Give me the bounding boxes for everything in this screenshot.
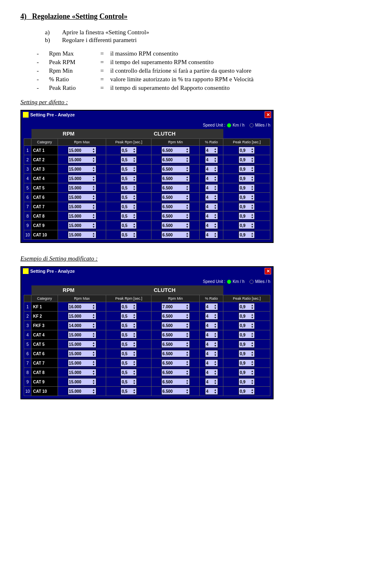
rpm-min-spinner[interactable]: 6.500 ▲▼ [161, 231, 190, 238]
ratio-arrows[interactable]: ▲▼ [214, 213, 217, 219]
ratio-arrows[interactable]: ▲▼ [214, 232, 217, 238]
rpm-max-spinner[interactable]: 15.000 ▲▼ [68, 156, 96, 163]
peak-ratio-arrows[interactable]: ▲▼ [251, 388, 254, 394]
peak-ratio-arrows[interactable]: ▲▼ [251, 370, 254, 375]
rpm-min-spinner[interactable]: 6.500 ▲▼ [161, 350, 190, 357]
peak-rpm-spinner[interactable]: 0,5 ▲▼ [120, 350, 137, 357]
rpm-max-arrows[interactable]: ▲▼ [92, 232, 95, 238]
rpm-max-arrows[interactable]: ▲▼ [92, 157, 95, 163]
peak-ratio-arrows[interactable]: ▲▼ [251, 147, 254, 153]
rpm-max-spinner[interactable]: 15.000 ▲▼ [68, 231, 96, 238]
rpm-max-arrows[interactable]: ▲▼ [92, 166, 95, 172]
peak-rpm-arrows[interactable]: ▲▼ [133, 341, 136, 347]
peak-ratio-spinner[interactable]: 0,9 ▲▼ [238, 184, 255, 192]
rpm-max-arrows[interactable]: ▲▼ [92, 332, 95, 338]
rpm-min-arrows[interactable]: ▲▼ [186, 213, 189, 219]
peak-ratio-spinner[interactable]: 0,9 ▲▼ [238, 156, 255, 163]
peak-ratio-arrows[interactable]: ▲▼ [251, 341, 254, 347]
peak-ratio-arrows[interactable]: ▲▼ [251, 157, 254, 163]
rpm-min-spinner[interactable]: 6.500 ▲▼ [161, 331, 190, 338]
ratio-arrows[interactable]: ▲▼ [214, 194, 217, 200]
rpm-max-spinner[interactable]: 15.000 ▲▼ [68, 212, 96, 220]
ratio-arrows[interactable]: ▲▼ [214, 323, 217, 328]
peak-ratio-arrows[interactable]: ▲▼ [251, 223, 254, 228]
rpm-max-arrows[interactable]: ▲▼ [92, 176, 95, 181]
peak-rpm-spinner[interactable]: 0,5 ▲▼ [120, 231, 137, 238]
peak-ratio-spinner[interactable]: 0,9 ▲▼ [238, 350, 255, 357]
rpm-max-spinner[interactable]: 15.000 ▲▼ [68, 165, 96, 173]
peak-rpm-arrows[interactable]: ▲▼ [133, 332, 136, 338]
peak-ratio-spinner[interactable]: 0,9 ▲▼ [238, 369, 255, 376]
rpm-min-spinner[interactable]: 6.500 ▲▼ [161, 387, 190, 395]
rpm-min-spinner[interactable]: 6.500 ▲▼ [161, 175, 190, 182]
rpm-min-spinner[interactable]: 6.500 ▲▼ [161, 369, 190, 376]
rpm-min-arrows[interactable]: ▲▼ [186, 379, 189, 385]
rpm-max-arrows[interactable]: ▲▼ [92, 351, 95, 356]
ratio-arrows[interactable]: ▲▼ [214, 223, 217, 228]
peak-rpm-spinner[interactable]: 0,5 ▲▼ [120, 387, 137, 395]
rpm-min-spinner[interactable]: 6.500 ▲▼ [161, 212, 190, 220]
peak-ratio-arrows[interactable]: ▲▼ [251, 379, 254, 385]
ratio-arrows[interactable]: ▲▼ [214, 388, 217, 394]
peak-rpm-spinner[interactable]: 0,5 ▲▼ [120, 369, 137, 376]
rpm-max-arrows[interactable]: ▲▼ [92, 323, 95, 328]
ratio-arrows[interactable]: ▲▼ [214, 304, 217, 310]
rpm-max-arrows[interactable]: ▲▼ [92, 360, 95, 366]
peak-ratio-arrows[interactable]: ▲▼ [251, 232, 254, 238]
peak-rpm-spinner[interactable]: 0,5 ▲▼ [120, 147, 137, 154]
peak-ratio-arrows[interactable]: ▲▼ [251, 304, 254, 310]
rpm-min-arrows[interactable]: ▲▼ [186, 166, 189, 172]
peak-rpm-arrows[interactable]: ▲▼ [133, 194, 136, 200]
peak-rpm-spinner[interactable]: 0,5 ▲▼ [120, 165, 137, 173]
ratio-arrows[interactable]: ▲▼ [214, 147, 217, 153]
rpm-max-arrows[interactable]: ▲▼ [92, 313, 95, 319]
rpm-min-arrows[interactable]: ▲▼ [186, 388, 189, 394]
ratio-spinner[interactable]: 4 ▲▼ [205, 231, 218, 238]
peak-ratio-spinner[interactable]: 0,9 ▲▼ [238, 322, 255, 329]
ratio-spinner[interactable]: 4 ▲▼ [205, 378, 218, 385]
peak-rpm-arrows[interactable]: ▲▼ [133, 223, 136, 228]
peak-ratio-spinner[interactable]: 0,9 ▲▼ [238, 203, 255, 210]
ratio-arrows[interactable]: ▲▼ [214, 157, 217, 163]
default-close-button[interactable]: ✕ [265, 111, 271, 118]
rpm-max-spinner[interactable]: 15.000 ▲▼ [68, 222, 96, 229]
rpm-max-arrows[interactable]: ▲▼ [92, 185, 95, 191]
peak-rpm-spinner[interactable]: 0,5 ▲▼ [120, 303, 137, 310]
ratio-arrows[interactable]: ▲▼ [214, 341, 217, 347]
rpm-min-arrows[interactable]: ▲▼ [186, 204, 189, 209]
peak-ratio-arrows[interactable]: ▲▼ [251, 194, 254, 200]
rpm-min-spinner[interactable]: 6.500 ▲▼ [161, 312, 190, 320]
rpm-min-arrows[interactable]: ▲▼ [186, 360, 189, 366]
rpm-max-arrows[interactable]: ▲▼ [92, 147, 95, 153]
ratio-spinner[interactable]: 4 ▲▼ [205, 212, 218, 220]
peak-rpm-spinner[interactable]: 0,5 ▲▼ [120, 378, 137, 385]
rpm-min-spinner[interactable]: 6.500 ▲▼ [161, 378, 190, 385]
rpm-max-spinner[interactable]: 15.000 ▲▼ [68, 312, 96, 320]
ratio-arrows[interactable]: ▲▼ [214, 166, 217, 172]
ratio-spinner[interactable]: 4 ▲▼ [205, 303, 218, 310]
ratio-spinner[interactable]: 4 ▲▼ [205, 165, 218, 173]
rpm-max-spinner[interactable]: 15.000 ▲▼ [68, 378, 96, 385]
rpm-max-spinner[interactable]: 16.000 ▲▼ [68, 303, 96, 310]
rpm-min-arrows[interactable]: ▲▼ [186, 304, 189, 310]
rpm-min-spinner[interactable]: 6.500 ▲▼ [161, 184, 190, 192]
peak-rpm-spinner[interactable]: 0,5 ▲▼ [120, 203, 137, 210]
rpm-min-arrows[interactable]: ▲▼ [186, 323, 189, 328]
peak-rpm-arrows[interactable]: ▲▼ [133, 388, 136, 394]
peak-rpm-arrows[interactable]: ▲▼ [133, 166, 136, 172]
rpm-max-spinner[interactable]: 15.000 ▲▼ [68, 175, 96, 182]
peak-rpm-spinner[interactable]: 0,5 ▲▼ [120, 175, 137, 182]
rpm-max-spinner[interactable]: 15.000 ▲▼ [68, 369, 96, 376]
rpm-min-arrows[interactable]: ▲▼ [186, 313, 189, 319]
peak-ratio-spinner[interactable]: 0,9 ▲▼ [238, 387, 255, 395]
ratio-spinner[interactable]: 4 ▲▼ [205, 147, 218, 154]
peak-rpm-arrows[interactable]: ▲▼ [133, 232, 136, 238]
peak-rpm-arrows[interactable]: ▲▼ [133, 204, 136, 209]
peak-rpm-spinner[interactable]: 0,5 ▲▼ [120, 212, 137, 220]
miles-radio-2[interactable] [249, 280, 254, 284]
rpm-max-arrows[interactable]: ▲▼ [92, 304, 95, 310]
rpm-max-spinner[interactable]: 15.000 ▲▼ [68, 184, 96, 192]
peak-rpm-arrows[interactable]: ▲▼ [133, 176, 136, 181]
ratio-arrows[interactable]: ▲▼ [214, 370, 217, 375]
rpm-max-arrows[interactable]: ▲▼ [92, 204, 95, 209]
